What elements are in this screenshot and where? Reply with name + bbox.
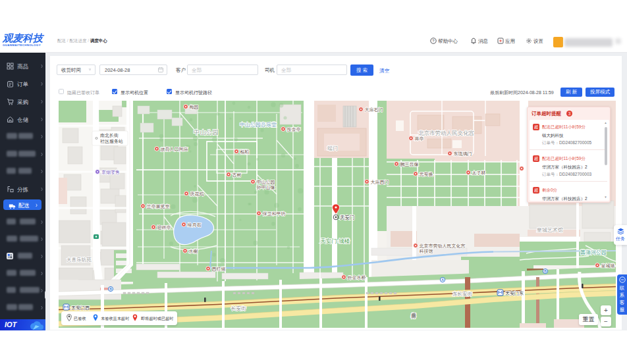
svg-text:菖蒲河公园: 菖蒲河公园 (580, 249, 607, 255)
svg-text:中山公园音乐堂: 中山公园音乐堂 (240, 122, 277, 128)
svg-text:中山公园: 中山公园 (194, 129, 219, 136)
svg-text:绘月石: 绘月石 (188, 222, 202, 228)
svg-text:?: ? (432, 39, 435, 43)
svg-text:投壶亭: 投壶亭 (286, 127, 301, 132)
svg-text:大庙西门: 大庙西门 (371, 180, 389, 185)
svg-text:长安街: 长安街 (231, 305, 246, 311)
svg-text:西红墙: 西红墙 (212, 267, 226, 272)
svg-text:社区服务站: 社区服务站 (100, 139, 123, 144)
svg-text:水榭: 水榭 (189, 249, 198, 253)
svg-text:端门: 端门 (327, 145, 338, 151)
svg-text:阙三音像: 阙三音像 (400, 162, 419, 167)
svg-text:桧柏: 桧柏 (240, 149, 250, 155)
svg-text:北京市劳动人民文化宫: 北京市劳动人民文化宫 (418, 130, 474, 136)
svg-text:B: B (544, 269, 547, 273)
svg-text:皇城墙: 皇城墙 (601, 263, 615, 268)
svg-text:保卫和平坊: 保卫和平坊 (263, 211, 286, 217)
svg-text:孙中山像: 孙中山像 (257, 185, 275, 190)
svg-text:北京市劳动人民文化宫: 北京市劳动人民文化宫 (420, 243, 466, 249)
svg-text:太子林: 太子林 (472, 170, 486, 176)
svg-text:梅园: 梅园 (189, 105, 199, 110)
svg-text:大庙右门: 大庙右门 (365, 107, 383, 113)
svg-text:科技馆: 科技馆 (420, 249, 433, 253)
svg-text:故育人口闸庙: 故育人口闸庙 (161, 146, 188, 152)
svg-text:天安门: 天安门 (340, 215, 355, 221)
svg-text:井亭: 井亭 (415, 136, 424, 142)
svg-text:天安门东: 天安门东 (505, 291, 524, 296)
svg-text:天安门·城楼: 天安门·城楼 (320, 238, 350, 244)
svg-text:京烟零售: 京烟零售 (101, 170, 120, 175)
svg-text:A: A (441, 278, 444, 282)
svg-text:中山公园: 中山公园 (257, 180, 275, 185)
svg-text:南北长街: 南北长街 (100, 133, 119, 138)
svg-text:皇城艺术馆: 皇城艺术馆 (537, 227, 563, 233)
svg-text:外金水桥: 外金水桥 (348, 275, 366, 280)
svg-text:天安门西: 天安门西 (71, 305, 90, 311)
svg-text:东琉璃门: 东琉璃门 (454, 151, 472, 157)
svg-text:古树: 古树 (232, 172, 242, 178)
svg-text:东长安街: 东长安街 (452, 291, 473, 297)
svg-text:元安换: 元安换 (420, 172, 433, 177)
svg-text:迎晖亭: 迎晖亭 (157, 225, 171, 230)
svg-text:兰亭展览室: 兰亭展览室 (147, 204, 170, 209)
svg-text:大喜乐纺苑: 大喜乐纺苑 (67, 257, 92, 263)
svg-text:B: B (109, 287, 112, 291)
svg-text:唐花坞: 唐花坞 (190, 191, 204, 197)
